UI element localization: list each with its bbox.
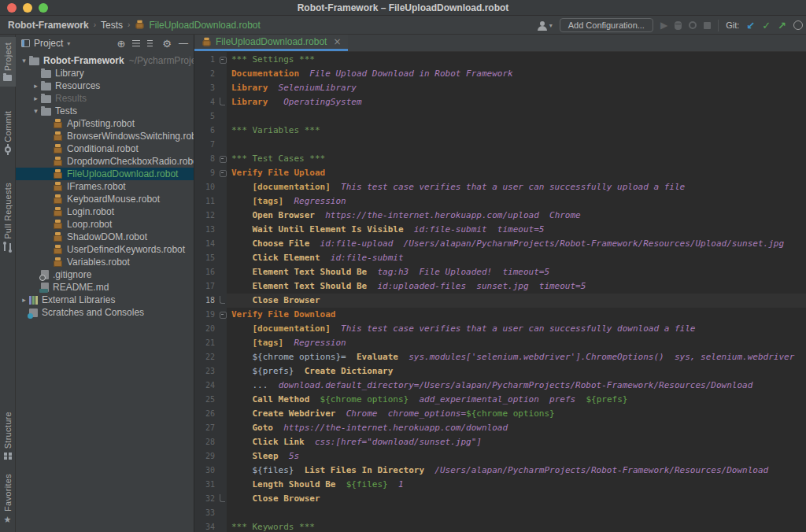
zoom-window-button[interactable]	[39, 3, 48, 13]
close-window-button[interactable]	[7, 3, 17, 13]
code-line-2[interactable]: 2Documentation File Upload Download in R…	[194, 67, 806, 81]
code-line-19[interactable]: 19Verify File Download	[194, 308, 806, 322]
tree-item-results[interactable]: ▸Results	[16, 92, 194, 105]
code-line-4[interactable]: 4Library OperatingSystem	[194, 95, 806, 109]
code-line-16[interactable]: 16 Element Text Should Be tag:h3 File Up…	[194, 265, 806, 279]
code-line-11[interactable]: 11 [tags] Regression	[194, 194, 806, 209]
project-panel-title[interactable]: Project	[34, 38, 63, 49]
expand-all-icon[interactable]	[132, 40, 140, 47]
tree-item-readme-md[interactable]: README.md	[16, 281, 194, 294]
settings-gear-icon[interactable]: ⚙	[162, 39, 172, 49]
fold-start-icon[interactable]	[218, 152, 227, 166]
code-line-28[interactable]: 28 Click Link css:[href="download/sunset…	[194, 435, 806, 449]
chevron-right-icon[interactable]: ▸	[31, 94, 41, 102]
fold-end-icon[interactable]	[218, 492, 227, 506]
code-line-25[interactable]: 25 Call Method ${chrome options} add_exp…	[194, 393, 806, 407]
stop-button[interactable]	[704, 22, 711, 29]
minimize-window-button[interactable]	[23, 3, 32, 13]
code-line-34[interactable]: 34*** Keywords ***	[194, 520, 806, 532]
code-line-26[interactable]: 26 Create Webdriver Chrome chrome_option…	[194, 407, 806, 421]
tree-item-library[interactable]: Library	[16, 67, 194, 79]
profile-button[interactable]	[689, 21, 697, 29]
code-line-15[interactable]: 15 Click Element id:file-submit	[194, 251, 806, 265]
run-button[interactable]: ▶	[660, 20, 667, 31]
git-commit-button[interactable]: ✓	[762, 20, 771, 31]
tree-item-external-libraries[interactable]: ▸External Libraries	[16, 294, 194, 306]
code-line-31[interactable]: 31 Length Should Be ${files} 1	[194, 478, 806, 492]
tree-item-fileuploaddownload-robot[interactable]: FileUploadDownload.robot	[16, 168, 194, 180]
stripe-button-structure[interactable]: Structure	[0, 406, 16, 465]
tree-item-variables-robot[interactable]: Variables.robot	[16, 256, 194, 268]
tree-item-apitesting-robot[interactable]: ApiTesting.robot	[16, 117, 194, 130]
code-editor[interactable]: 1*** Settings ***2Documentation File Upl…	[194, 52, 806, 532]
breadcrumb-project[interactable]: Robot-Framework	[8, 20, 89, 31]
tree-item-userdefinedkeywords-robot[interactable]: UserDefinedKeywords.robot	[16, 243, 194, 256]
git-push-button[interactable]: ↗	[778, 20, 786, 31]
breadcrumb-file[interactable]: FileUploadDownload.robot	[149, 20, 260, 31]
code-line-14[interactable]: 14 Choose File id:file-upload /Users/ala…	[194, 237, 806, 251]
git-update-button[interactable]: ↙	[746, 20, 755, 31]
code-line-12[interactable]: 12 Open Browser https://the-internet.her…	[194, 209, 806, 223]
tree-item-robot-framework[interactable]: ▾Robot-Framework~/PycharmProjects/	[16, 54, 194, 67]
tree-item-login-robot[interactable]: Login.robot	[16, 205, 194, 218]
tree-item-conditional-robot[interactable]: Conditional.robot	[16, 142, 194, 155]
user-menu-button[interactable]: ▾	[537, 20, 553, 31]
code-line-27[interactable]: 27 Goto https://the-internet.herokuapp.c…	[194, 421, 806, 435]
fold-start-icon[interactable]	[218, 53, 227, 67]
code-line-29[interactable]: 29 Sleep 5s	[194, 449, 806, 464]
chevron-down-icon[interactable]: ▾	[67, 40, 70, 47]
fold-start-icon[interactable]	[218, 166, 227, 180]
code-line-18[interactable]: 18 Close Browser	[194, 294, 806, 308]
hide-panel-icon[interactable]: —	[179, 39, 188, 48]
close-tab-icon[interactable]: ×	[333, 36, 341, 47]
tree-item-keyboardmouse-robot[interactable]: KeyboardMouse.robot	[16, 193, 194, 205]
collapse-all-icon[interactable]	[147, 40, 155, 47]
code-line-8[interactable]: 8*** Test Cases ***	[194, 152, 806, 166]
chevron-right-icon[interactable]: ▸	[31, 82, 41, 90]
tree-item-dropdowncheckboxradio-robot[interactable]: DropdownCheckboxRadio.robot	[16, 155, 194, 168]
line-number: 12	[194, 209, 218, 223]
code-line-30[interactable]: 30 ${files} List Files In Directory /Use…	[194, 464, 806, 478]
add-configuration-button[interactable]: Add Configuration...	[560, 18, 653, 32]
fold-start-icon[interactable]	[218, 308, 227, 322]
code-line-20[interactable]: 20 [documentation] This test case verifi…	[194, 322, 806, 336]
code-line-5[interactable]: 5	[194, 109, 806, 124]
code-line-33[interactable]: 33	[194, 506, 806, 520]
locate-icon[interactable]: ⊕	[116, 39, 125, 49]
code-line-9[interactable]: 9Verify File Upload	[194, 166, 806, 180]
fold-end-icon[interactable]	[218, 95, 227, 109]
tree-item-browserwindowsswitching-robot[interactable]: BrowserWindowsSwitching.robot	[16, 130, 194, 142]
chevron-down-icon[interactable]: ▾	[31, 107, 41, 115]
tree-item-resources[interactable]: ▸Resources	[16, 79, 194, 92]
history-icon[interactable]	[793, 20, 803, 30]
debug-button[interactable]	[675, 21, 682, 30]
code-line-7[interactable]: 7	[194, 138, 806, 152]
fold-end-icon[interactable]	[218, 294, 227, 308]
stripe-button-project[interactable]: Project	[0, 37, 16, 87]
stripe-button-favorites[interactable]: Favorites	[0, 468, 16, 530]
code-line-22[interactable]: 22 ${chrome options}= Evaluate sys.modul…	[194, 350, 806, 364]
stripe-button-pull-requests[interactable]: Pull Requests	[0, 177, 16, 257]
chevron-down-icon[interactable]: ▾	[19, 57, 29, 65]
chevron-right-icon[interactable]: ▸	[19, 296, 29, 304]
stripe-button-commit[interactable]: Commit	[0, 105, 16, 158]
tree-item-tests[interactable]: ▾Tests	[16, 105, 194, 117]
tree-item-shadowdom-robot[interactable]: ShadowDOM.robot	[16, 231, 194, 243]
tree-item-scratches-and-consoles[interactable]: Scratches and Consoles	[16, 306, 194, 319]
tree-item-iframes-robot[interactable]: IFrames.robot	[16, 180, 194, 193]
code-line-13[interactable]: 13 Wait Until Element Is Visible id:file…	[194, 223, 806, 237]
code-line-21[interactable]: 21 [tags] Regression	[194, 336, 806, 350]
token-br: [tags]	[253, 196, 284, 206]
code-line-24[interactable]: 24 ... download.default_directory=/Users…	[194, 379, 806, 393]
code-line-17[interactable]: 17 Element Text Should Be id:uploaded-fi…	[194, 279, 806, 294]
code-line-10[interactable]: 10 [documentation] This test case verifi…	[194, 180, 806, 194]
breadcrumb-folder[interactable]: Tests	[101, 20, 123, 31]
code-line-32[interactable]: 32 Close Browser	[194, 492, 806, 506]
code-line-3[interactable]: 3Library SeleniumLibrary	[194, 81, 806, 95]
code-line-1[interactable]: 1*** Settings ***	[194, 53, 806, 67]
tree-item-loop-robot[interactable]: Loop.robot	[16, 218, 194, 231]
tree-item-gitignore[interactable]: .gitignore	[16, 268, 194, 281]
editor-tab-fileuploaddownload[interactable]: FileUploadDownload.robot ×	[194, 35, 348, 51]
code-line-23[interactable]: 23 ${prefs} Create Dictionary	[194, 364, 806, 379]
code-line-6[interactable]: 6*** Variables ***	[194, 124, 806, 138]
